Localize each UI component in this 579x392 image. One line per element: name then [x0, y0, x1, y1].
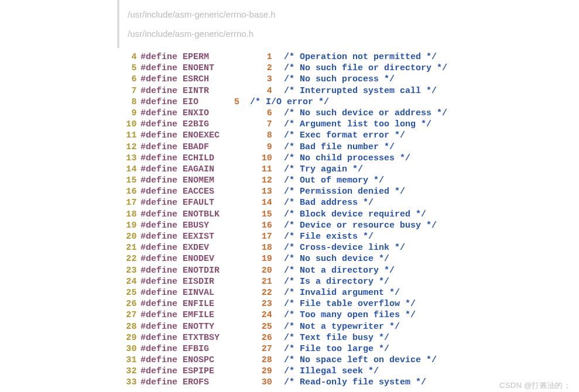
define-keyword: #define ECHILD [141, 153, 220, 164]
define-keyword: #define E2BIG [141, 119, 220, 130]
define-keyword: #define ENOTDIR [141, 265, 220, 276]
line-number: 15 [117, 175, 137, 186]
code-row: 4#define EPERM 1/* Operation not permitt… [117, 51, 579, 63]
code-row: 8#define EIO5/* I/O error */ [117, 97, 579, 108]
code-row: 16#define EACCES 13/* Permission denied … [117, 186, 579, 197]
errno-comment: /* Too many open files */ [284, 310, 416, 321]
errno-comment: /* Operation not permitted */ [284, 51, 437, 63]
code-row: 25#define EINVAL 22/* Invalid argument *… [117, 287, 579, 298]
errno-comment: /* Read-only file system */ [284, 377, 426, 388]
errno-comment: /* Device or resource busy */ [284, 220, 437, 231]
watermark: CSDN @打酱油的； [499, 380, 571, 388]
errno-comment: /* Try again */ [284, 164, 363, 175]
line-number: 19 [117, 220, 137, 231]
line-number: 11 [117, 130, 137, 141]
errno-value: 10 [220, 153, 272, 164]
errno-value: 28 [220, 355, 272, 366]
line-number: 5 [117, 63, 137, 74]
errno-comment: /* No child processes */ [284, 153, 410, 164]
define-keyword: #define EFAULT [141, 197, 220, 208]
errno-value: 26 [220, 332, 272, 343]
define-keyword: #define ENOEXEC [141, 130, 220, 141]
define-keyword: #define ESPIPE [141, 366, 220, 377]
path-line: /usr/include/asm-generic/errno.h [119, 24, 579, 43]
errno-comment: /* File too large */ [284, 343, 389, 355]
errno-value: 8 [220, 130, 272, 141]
errno-value: 14 [220, 197, 272, 208]
errno-comment: /* Not a typewriter */ [284, 321, 400, 332]
errno-value: 27 [220, 343, 272, 355]
errno-value: 15 [220, 209, 272, 220]
line-number: 27 [117, 310, 137, 321]
code-listing: 4#define EPERM 1/* Operation not permitt… [117, 51, 579, 388]
line-number: 20 [117, 231, 137, 242]
errno-comment: /* Not a directory */ [284, 265, 395, 276]
code-row: 19#define EBUSY 16/* Device or resource … [117, 220, 579, 231]
errno-value: 24 [220, 310, 272, 321]
errno-value: 5 [198, 97, 239, 108]
define-keyword: #define ENOMEM [141, 175, 220, 186]
errno-comment: /* Cross-device link */ [284, 242, 405, 253]
define-keyword: #define EFBIG [141, 343, 220, 355]
errno-comment: /* Is a directory */ [284, 276, 389, 287]
line-number: 14 [117, 164, 137, 175]
errno-comment: /* Permission denied */ [284, 186, 405, 197]
errno-value: 3 [220, 74, 272, 85]
define-keyword: #define EMFILE [141, 310, 220, 321]
line-number: 4 [117, 51, 137, 63]
line-number: 28 [117, 321, 137, 332]
code-row: 9#define ENXIO 6/* No such device or add… [117, 108, 579, 119]
line-number: 21 [117, 242, 137, 253]
define-keyword: #define EROFS [141, 377, 220, 388]
path-line: /usr/include/asm-generic/errno-base.h [119, 5, 579, 24]
line-number: 9 [117, 108, 137, 119]
errno-comment: /* Argument list too long */ [284, 119, 431, 130]
code-row: 14#define EAGAIN 11/* Try again */ [117, 164, 579, 175]
errno-comment: /* No such device */ [284, 253, 389, 264]
errno-value: 29 [220, 366, 272, 377]
code-row: 13#define ECHILD 10/* No child processes… [117, 153, 579, 164]
line-number: 26 [117, 298, 137, 310]
errno-value: 7 [220, 119, 272, 130]
file-paths-block: /usr/include/asm-generic/errno-base.h /u… [117, 0, 579, 48]
line-number: 30 [117, 343, 137, 355]
code-row: 20#define EEXIST 17/* File exists */ [117, 231, 579, 242]
errno-comment: /* Illegal seek */ [284, 366, 379, 377]
line-number: 16 [117, 186, 137, 197]
code-row: 17#define EFAULT 14/* Bad address */ [117, 197, 579, 208]
code-row: 24#define EISDIR 21/* Is a directory */ [117, 276, 579, 287]
code-row: 7#define EINTR 4/* Interrupted system ca… [117, 85, 579, 97]
errno-comment: /* Invalid argument */ [284, 287, 400, 298]
errno-comment: /* Exec format error */ [284, 130, 405, 141]
define-keyword: #define EINVAL [141, 287, 220, 298]
errno-comment: /* Interrupted system call */ [284, 85, 437, 97]
errno-comment: /* File table overflow */ [284, 298, 416, 310]
define-keyword: #define EISDIR [141, 276, 220, 287]
code-row: 28#define ENOTTY 25/* Not a typewriter *… [117, 321, 579, 332]
errno-value: 12 [220, 175, 272, 186]
code-row: 30#define EFBIG 27/* File too large */ [117, 343, 579, 355]
define-keyword: #define ENODEV [141, 253, 220, 264]
code-row: 23#define ENOTDIR20/* Not a directory */ [117, 265, 579, 276]
define-keyword: #define ENOENT [141, 63, 220, 74]
define-keyword: #define ETXTBSY [141, 332, 220, 343]
errno-value: 2 [220, 63, 272, 74]
line-number: 32 [117, 366, 137, 377]
define-keyword: #define EXDEV [141, 242, 220, 253]
code-row: 22#define ENODEV 19/* No such device */ [117, 253, 579, 264]
errno-value: 23 [220, 298, 272, 310]
define-keyword: #define EACCES [141, 186, 220, 197]
define-keyword: #define EINTR [141, 85, 220, 97]
code-row: 12#define EBADF 9/* Bad file number */ [117, 142, 579, 153]
line-number: 17 [117, 197, 137, 208]
errno-value: 21 [220, 276, 272, 287]
define-keyword: #define EBUSY [141, 220, 220, 231]
errno-comment: /* No space left on device */ [284, 355, 437, 366]
code-row: 26#define ENFILE 23/* File table overflo… [117, 298, 579, 310]
code-row: 27#define EMFILE 24/* Too many open file… [117, 310, 579, 321]
line-number: 10 [117, 119, 137, 130]
define-keyword: #define EEXIST [141, 231, 220, 242]
define-keyword: #define ENOTTY [141, 321, 220, 332]
define-keyword: #define ENOSPC [141, 355, 220, 366]
define-keyword: #define EPERM [141, 51, 220, 63]
